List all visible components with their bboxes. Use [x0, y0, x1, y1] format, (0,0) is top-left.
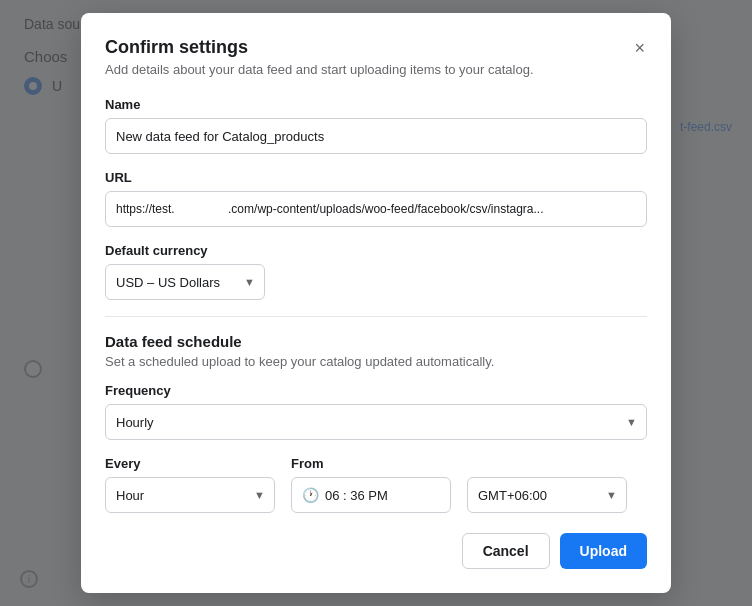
modal-title: Confirm settings [105, 37, 534, 58]
close-button[interactable]: × [632, 37, 647, 59]
schedule-title: Data feed schedule [105, 333, 647, 350]
url-input[interactable] [105, 191, 647, 227]
upload-button[interactable]: Upload [560, 533, 647, 569]
time-display[interactable]: 🕐 06 : 36 PM [291, 477, 451, 513]
page-background: Data sources > Upload data feed Choos U … [0, 0, 752, 606]
url-field-group: URL [105, 170, 647, 227]
modal-header: Confirm settings Add details about your … [105, 37, 647, 77]
from-field-col: From 🕐 06 : 36 PM [291, 456, 451, 513]
clock-icon: 🕐 [302, 487, 319, 503]
cancel-button[interactable]: Cancel [462, 533, 550, 569]
currency-select-wrapper: USD – US Dollars EUR – Euro GBP – Britis… [105, 264, 265, 300]
name-label: Name [105, 97, 647, 112]
divider [105, 316, 647, 317]
modal-subtitle: Add details about your data feed and sta… [105, 62, 534, 77]
frequency-select[interactable]: Hourly Daily Weekly [105, 404, 647, 440]
modal-footer: Cancel Upload [105, 533, 647, 569]
url-label: URL [105, 170, 647, 185]
from-label: From [291, 456, 451, 471]
every-select[interactable]: Hour 2 Hours 4 Hours 6 Hours 12 Hours [105, 477, 275, 513]
time-value: 06 : 36 PM [325, 488, 388, 503]
currency-select[interactable]: USD – US Dollars EUR – Euro GBP – Britis… [105, 264, 265, 300]
every-field-col: Every Hour 2 Hours 4 Hours 6 Hours 12 Ho… [105, 456, 275, 513]
schedule-subtitle: Set a scheduled upload to keep your cata… [105, 354, 647, 369]
confirm-settings-modal: Confirm settings Add details about your … [81, 13, 671, 593]
timezone-select-wrapper: GMT+06:00 GMT+00:00 GMT-05:00 GMT+05:30 … [467, 477, 627, 513]
timezone-field-col: GMT+06:00 GMT+00:00 GMT-05:00 GMT+05:30 … [467, 458, 627, 513]
name-field-group: Name [105, 97, 647, 154]
modal-header-text: Confirm settings Add details about your … [105, 37, 534, 77]
frequency-select-wrapper: Hourly Daily Weekly ▼ [105, 404, 647, 440]
currency-field-group: Default currency USD – US Dollars EUR – … [105, 243, 647, 300]
frequency-label: Frequency [105, 383, 647, 398]
every-select-wrapper: Hour 2 Hours 4 Hours 6 Hours 12 Hours ▼ [105, 477, 275, 513]
currency-label: Default currency [105, 243, 647, 258]
schedule-row: Every Hour 2 Hours 4 Hours 6 Hours 12 Ho… [105, 456, 647, 513]
frequency-field-group: Frequency Hourly Daily Weekly ▼ [105, 383, 647, 440]
timezone-select[interactable]: GMT+06:00 GMT+00:00 GMT-05:00 GMT+05:30 [467, 477, 627, 513]
every-label: Every [105, 456, 275, 471]
name-input[interactable] [105, 118, 647, 154]
